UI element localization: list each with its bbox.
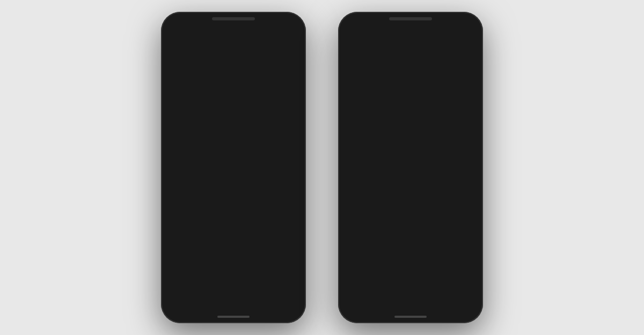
- google-logo-2: [351, 50, 361, 60]
- battery-icon-2: ▐: [467, 25, 470, 31]
- website-icon: 🌐: [229, 290, 248, 309]
- hamburger-icon[interactable]: ≡: [465, 68, 470, 77]
- share-icon-browser[interactable]: ↑: [460, 35, 464, 43]
- status-bar-1: 9:30 ●●● ▲ ▐: [166, 23, 301, 32]
- status-time-1: 9:30: [174, 25, 185, 31]
- sculpture-photo: [174, 105, 293, 183]
- website-label: WEBSITE: [228, 311, 249, 312]
- place-more-icon[interactable]: ⋮: [245, 253, 252, 262]
- svg-point-5: [374, 125, 383, 134]
- lens-header-2-bar: Google Lens ✕: [343, 47, 478, 63]
- browser-url-bar[interactable]: 🔒 tastet: [357, 34, 449, 44]
- url-text: tastet: [370, 37, 382, 42]
- phone-2: 9:30 ●●● ▲ ▐ ··· 🔒 tastet □ ↑ ✕: [338, 12, 483, 323]
- lens-thumbnail: [194, 226, 207, 239]
- status-icons-2: ●●● ▲ ▐: [450, 25, 470, 31]
- status-time-2: 9:30: [351, 25, 362, 31]
- share-label: SHARE: [251, 311, 267, 312]
- directions-button[interactable]: ◈ DIRECTIONS: [199, 290, 228, 312]
- site-header: TasteTrove ≡: [343, 63, 478, 82]
- svg-rect-13: [351, 170, 470, 188]
- wifi-icon-2: ▲: [460, 25, 465, 31]
- result-card: Next Door Speakeasy & Raw Bar ⋮: [343, 238, 478, 266]
- signal-icon-2: ●●●: [450, 25, 458, 31]
- phone-2-screen: 9:30 ●●● ▲ ▐ ··· 🔒 tastet □ ↑ ✕: [343, 23, 478, 312]
- browser-menu-icon[interactable]: ···: [348, 35, 354, 43]
- svg-point-16: [355, 158, 363, 163]
- website-button[interactable]: 🌐 WEBSITE: [228, 290, 249, 312]
- tab-products[interactable]: Products: [368, 217, 397, 237]
- restaurant-interior-svg: [351, 113, 470, 188]
- place-name: The Picasso: [180, 253, 224, 262]
- google-logo-1: [174, 34, 184, 44]
- svg-point-7: [438, 125, 447, 134]
- google-logo-3: [357, 198, 367, 207]
- call-icon: 📞: [179, 290, 199, 309]
- lens-title-1: Google Lens: [187, 35, 226, 43]
- tab-all[interactable]: All: [351, 217, 365, 237]
- svg-rect-15: [357, 162, 361, 172]
- lock-icon: 🔒: [362, 37, 368, 42]
- place-open-status: Open: [248, 272, 261, 278]
- tabs-row: All Products Visual matches About this i…: [343, 216, 478, 238]
- close-icon-2[interactable]: ✕: [464, 51, 470, 60]
- place-type: Sculpture in Chicago, Illinois · Open: [180, 272, 287, 278]
- google-logo-search: [180, 228, 190, 237]
- article-link[interactable]: off-the-radar eateries.: [232, 87, 289, 93]
- close-icon-1[interactable]: ✕: [287, 35, 293, 43]
- share-button[interactable]: ↑ SHARE: [249, 290, 268, 312]
- lens-thumbnail-2: [371, 196, 384, 209]
- svg-point-18: [374, 158, 382, 163]
- close-icon-browser[interactable]: ✕: [468, 35, 473, 43]
- selection-box: [234, 110, 288, 169]
- wifi-icon: ▲: [283, 25, 288, 31]
- phone-1-screen: 9:30 ●●● ▲ ▐ Google Lens ✕ cultural scen…: [166, 23, 301, 312]
- lens-title-2: Google Lens: [364, 52, 404, 60]
- add-to-search-label-1: Add to search: [211, 229, 245, 235]
- action-buttons-row: 📞 CALL ◈ DIRECTIONS 🌐 WEBSITE ↑ SHARE ⊕: [174, 286, 293, 312]
- svg-rect-17: [376, 162, 380, 172]
- svg-rect-19: [394, 162, 399, 172]
- share-icon: ↑: [249, 290, 268, 309]
- call-label: CALL: [182, 311, 195, 312]
- restaurant-photo: [351, 113, 470, 188]
- directions-label: DIRECTIONS: [199, 311, 228, 312]
- tab-visual-matches[interactable]: Visual matches: [400, 217, 436, 237]
- battery-icon: ▐: [290, 25, 293, 31]
- place-card: The Picasso ⋮ Follow 4.6 ★★★★★ (973) Scu…: [174, 246, 293, 283]
- phone-1: 9:30 ●●● ▲ ▐ Google Lens ✕ cultural scen…: [161, 12, 306, 323]
- add-to-search-bar-2[interactable]: Add to search: [351, 192, 470, 213]
- site-article-text: These secretive venues often have a nost…: [343, 82, 478, 111]
- svg-rect-12: [432, 140, 470, 167]
- site-name: TasteTrove: [351, 68, 390, 77]
- follow-button[interactable]: Follow: [255, 252, 287, 264]
- article-bold: Chicago: [174, 192, 196, 198]
- status-bar-2: 9:30 ●●● ▲ ▐: [343, 23, 478, 32]
- stars-icon: ★★★★★: [190, 265, 214, 271]
- tab-about[interactable]: About this im: [438, 217, 470, 237]
- call-button[interactable]: 📞 CALL: [179, 290, 199, 312]
- result-more-icon[interactable]: ⋮: [463, 243, 470, 251]
- article-text-bottom: Chicago is full of hidden gems that offe…: [166, 187, 301, 219]
- svg-point-20: [392, 158, 401, 163]
- result-name: Next Door Speakeasy & Raw Bar: [351, 243, 463, 262]
- review-count: (973): [216, 265, 229, 271]
- save-button[interactable]: ⊕ SA...: [268, 290, 288, 312]
- rating-number: 4.6: [180, 265, 188, 271]
- photo-container: [174, 105, 293, 183]
- directions-icon: ◈: [203, 290, 223, 309]
- add-to-search-bar-1[interactable]: Add to search: [174, 222, 293, 243]
- save-icon: ⊕: [268, 290, 288, 309]
- restaurant-interior: [351, 113, 470, 188]
- svg-point-6: [406, 122, 415, 131]
- bookmark-icon[interactable]: □: [452, 35, 456, 43]
- signal-icon: ●●●: [273, 25, 281, 31]
- save-label: SA...: [273, 311, 283, 312]
- add-to-search-label-2: Add to search: [389, 200, 422, 206]
- browser-actions: □ ↑ ✕: [452, 35, 473, 43]
- status-icons-1: ●●● ▲ ▐: [273, 25, 293, 31]
